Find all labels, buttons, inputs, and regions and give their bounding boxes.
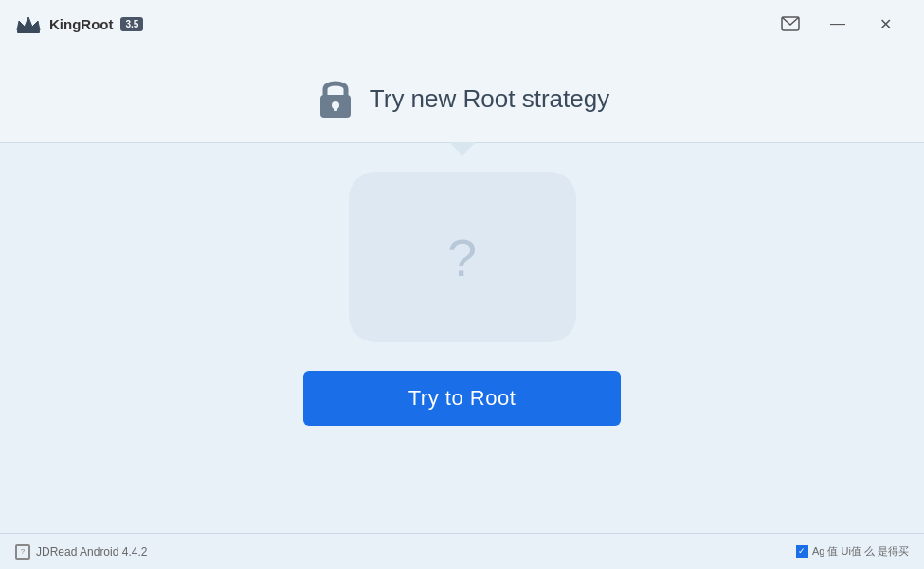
bottom-checkbox[interactable]: ✓ Ag 值 Ui值 么 是得买 bbox=[796, 544, 909, 559]
crown-icon bbox=[15, 13, 42, 34]
app-title: KingRoot bbox=[49, 16, 113, 32]
lock-icon bbox=[315, 74, 356, 123]
bottom-bar: ? JDRead Android 4.4.2 ✓ Ag 值 Ui值 么 是得买 bbox=[0, 533, 924, 569]
main-content: Try new Root strategy ? Try to Root bbox=[0, 47, 924, 569]
bottom-right: ✓ Ag 值 Ui值 么 是得买 bbox=[796, 544, 909, 559]
close-button[interactable]: ✕ bbox=[861, 0, 909, 47]
close-icon: ✕ bbox=[879, 15, 892, 33]
checkbox-box: ✓ bbox=[796, 545, 808, 558]
mail-icon bbox=[781, 16, 800, 31]
minimize-icon: — bbox=[830, 15, 845, 32]
svg-rect-0 bbox=[17, 30, 40, 33]
question-mark: ? bbox=[447, 227, 477, 288]
device-icon: ? bbox=[15, 544, 30, 560]
svg-rect-4 bbox=[334, 105, 337, 111]
title-bar: KingRoot 3.5 — ✕ bbox=[0, 0, 924, 47]
checkbox-label: Ag 值 Ui值 么 是得买 bbox=[812, 544, 909, 559]
title-controls: — ✕ bbox=[767, 0, 909, 47]
minimize-button[interactable]: — bbox=[814, 0, 861, 47]
app-window: KingRoot 3.5 — ✕ bbox=[0, 0, 924, 569]
content-area: ? Try to Root bbox=[0, 143, 924, 569]
bottom-left: ? JDRead Android 4.4.2 bbox=[15, 544, 147, 560]
device-label: JDRead Android 4.4.2 bbox=[36, 545, 147, 559]
chevron-down-icon bbox=[449, 142, 476, 156]
header-title: Try new Root strategy bbox=[370, 84, 609, 114]
phone-illustration: ? bbox=[349, 172, 576, 342]
header-section: Try new Root strategy bbox=[0, 47, 924, 142]
try-to-root-button[interactable]: Try to Root bbox=[303, 371, 621, 426]
title-left: KingRoot 3.5 bbox=[15, 13, 143, 34]
version-badge: 3.5 bbox=[120, 17, 143, 31]
mail-button[interactable] bbox=[767, 0, 814, 47]
check-icon: ✓ bbox=[798, 547, 806, 556]
chevron-divider bbox=[0, 142, 924, 143]
